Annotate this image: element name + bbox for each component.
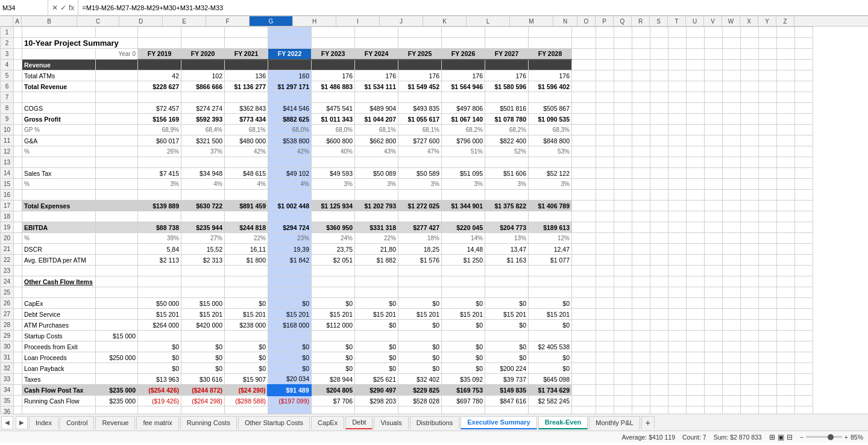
confirm-icon[interactable]: ✓	[60, 4, 66, 12]
table-row: 12 % 26%37%42% 42% 40%43%47%51%52%53%	[1, 146, 813, 157]
table-row: 5 Total ATMs 42102136 160 17617617617617…	[1, 70, 813, 81]
col-header-v[interactable]: V	[704, 16, 722, 26]
tab-fee-matrix[interactable]: fee matrix	[136, 416, 178, 429]
col-header-b[interactable]: B	[22, 16, 77, 26]
table-row: 2 10-Year Project Summary	[1, 38, 813, 49]
col-header-s[interactable]: S	[650, 16, 668, 26]
table-row: 35 Running Cash Flow$235 000 ($19 426)($…	[1, 396, 813, 406]
formula-icons: ✕ ✓ fx	[48, 0, 78, 15]
name-box[interactable]: M34	[0, 0, 48, 15]
row-col-corner	[0, 16, 13, 26]
zoom-slider[interactable]	[806, 436, 842, 438]
table-row: 16	[1, 190, 813, 201]
table-row: 25	[1, 287, 813, 298]
table-row: 13	[1, 157, 813, 168]
tab-visuals[interactable]: Visuals	[374, 416, 408, 429]
table-row: 26 CapEx $50 000$15 000$0 $0 $0$0$0$0$0$…	[1, 298, 813, 309]
col-header-p[interactable]: P	[596, 16, 614, 26]
col-header-l[interactable]: L	[467, 16, 510, 26]
table-row: 10 GP % 68,9%68,4%68,1% 68,0% 68,0%68,1%…	[1, 125, 813, 135]
table-row: 11 G&A $60 017$321 500$480 000 $538 800 …	[1, 135, 813, 146]
col-header-h[interactable]: H	[293, 16, 336, 26]
add-sheet-btn[interactable]: +	[641, 416, 655, 429]
col-header-e[interactable]: E	[163, 16, 206, 26]
col-header-a[interactable]: A	[13, 16, 22, 26]
table-row: 9 Gross Profit $156 169$592 393$773 434 …	[1, 114, 813, 125]
normal-view-icon[interactable]: ⊞	[769, 433, 775, 441]
table-row: 1	[1, 27, 813, 38]
table-row: 8 COGS $72 457$274 274$362 843 $414 546 …	[1, 103, 813, 114]
view-icons: ⊞ ▣ ⊟	[769, 433, 793, 441]
table-row: 6 Total Revenue $228 627$866 666$1 136 2…	[1, 81, 813, 92]
col-header-o[interactable]: O	[577, 16, 596, 26]
tab-executive-summary[interactable]: Executive Summary	[461, 416, 537, 429]
function-icon[interactable]: fx	[69, 4, 74, 12]
table-row: 14 Sales Tax $7 415$34 948$48 615 $49 10…	[1, 168, 813, 179]
tab-capex[interactable]: CapEx	[311, 416, 344, 429]
col-header-x[interactable]: X	[740, 16, 758, 26]
table-row: 19 EBITDA $88 738$235 944$244 818 $294 7…	[1, 222, 813, 233]
page-break-icon[interactable]: ⊟	[787, 433, 793, 441]
col-header-f[interactable]: F	[206, 16, 250, 26]
col-header-u[interactable]: U	[686, 16, 704, 26]
table-row: 31 Loan Proceeds$250 000 $0$0$0 $0 $0$0$…	[1, 352, 813, 363]
col-header-y[interactable]: Y	[758, 16, 776, 26]
col-header-g[interactable]: G	[250, 16, 293, 26]
table-row: 7	[1, 92, 813, 103]
tab-distributions[interactable]: Distributions	[410, 416, 460, 429]
status-bar: Average: $410 119 Count: 7 Sum: $2 870 8…	[0, 431, 868, 443]
col-header-i[interactable]: I	[336, 16, 380, 26]
table-row: 34 Cash Flow Post Tax $235 000 ($254 426…	[1, 385, 813, 396]
zoom-controls: − + 85%	[800, 434, 863, 441]
status-count: Count: 7	[682, 434, 706, 441]
table-row: 30 Proceeds from Exit $0$0$0 $0 $0$0$0$0…	[1, 341, 813, 352]
col-header-j[interactable]: J	[380, 16, 423, 26]
tab-debt[interactable]: Debt	[345, 416, 373, 429]
table-row: 33 Taxes $13 963$30 616$15 907 $20 034 $…	[1, 374, 813, 385]
col-header-k[interactable]: K	[423, 16, 467, 26]
table-row: 20 % 39%27%22% 23% 24%22%18%14%13%12%	[1, 233, 813, 244]
zoom-level: 85%	[851, 434, 863, 441]
table-row: 24 Other Cash Flow Items	[1, 276, 813, 287]
table-row: 22 Avg. EBITDA per ATM $2 113$2 313$1 80…	[1, 255, 813, 266]
col-header-w[interactable]: W	[722, 16, 740, 26]
table-row: 28 ATM Purchases $264 000$420 000$238 00…	[1, 320, 813, 331]
table-row: 4 Revenue	[1, 60, 813, 70]
zoom-in-btn[interactable]: +	[844, 434, 848, 441]
spreadsheet-area[interactable]: 1 2 10-Year Project Summary 3 Year 0 FY …	[0, 26, 868, 414]
table-row: 29 Startup Costs$15 000	[1, 331, 813, 341]
tab-revenue[interactable]: Revenue	[95, 416, 135, 429]
col-header-m[interactable]: M	[510, 16, 553, 26]
table-row: 32 Loan Payback $0$0$0 $0 $0$0$0$0$200 2…	[1, 363, 813, 374]
tab-next-btn[interactable]: ▶	[16, 416, 28, 429]
table-row: 15 % 3%4%4% 4% 3%3%3%3%3%3%	[1, 179, 813, 190]
tab-running-costs[interactable]: Running Costs	[180, 416, 237, 429]
table-row: 18	[1, 211, 813, 222]
table-row: 17 Total Expenses $139 889$630 722$891 4…	[1, 201, 813, 211]
tab-prev-btn[interactable]: ◀	[1, 416, 13, 429]
status-average: Average: $410 119	[621, 434, 675, 441]
col-header-r[interactable]: R	[632, 16, 650, 26]
zoom-out-btn[interactable]: −	[800, 434, 804, 441]
tab-break-even[interactable]: Break-Even	[538, 416, 588, 429]
table-row: 27 Debt Service $15 201$15 201$15 201 $1…	[1, 309, 813, 320]
cancel-icon[interactable]: ✕	[52, 4, 58, 12]
col-header-z[interactable]: Z	[776, 16, 794, 26]
tab-monthly-pl[interactable]: Monthly P&L	[589, 416, 640, 429]
tab-other-startup[interactable]: Other Startup Costs	[238, 416, 310, 429]
column-headers: A B C D E F G H I J K L M N O P Q R S T …	[0, 16, 868, 26]
table-row: 3 Year 0 FY 2019 FY 2020 FY 2021 FY 2022…	[1, 49, 813, 60]
formula-content: =M19-M26-M27-M28-M29+M30+M31-M32-M33	[78, 4, 868, 11]
col-header-q[interactable]: Q	[614, 16, 632, 26]
col-header-n[interactable]: N	[553, 16, 577, 26]
tab-index[interactable]: Index	[29, 416, 58, 429]
formula-bar: M34 ✕ ✓ fx =M19-M26-M27-M28-M29+M30+M31-…	[0, 0, 868, 16]
col-header-c[interactable]: C	[77, 16, 119, 26]
spreadsheet-table: 1 2 10-Year Project Summary 3 Year 0 FY …	[0, 26, 813, 414]
table-row: 23	[1, 266, 813, 276]
col-header-t[interactable]: T	[668, 16, 686, 26]
page-layout-icon[interactable]: ▣	[778, 433, 784, 441]
tab-control[interactable]: Control	[60, 416, 94, 429]
status-sum: Sum: $2 870 833	[714, 434, 762, 441]
col-header-d[interactable]: D	[119, 16, 163, 26]
